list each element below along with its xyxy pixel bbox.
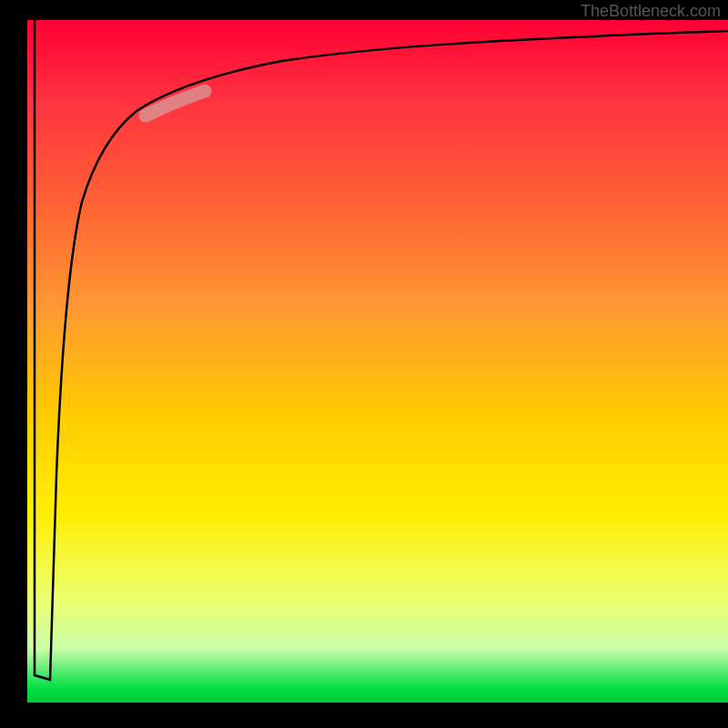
highlight-segment (146, 91, 205, 116)
main-curve-line (35, 20, 728, 680)
chart-svg (27, 20, 728, 703)
watermark-text: TheBottleneck.com (581, 2, 721, 21)
chart-container (27, 20, 728, 703)
